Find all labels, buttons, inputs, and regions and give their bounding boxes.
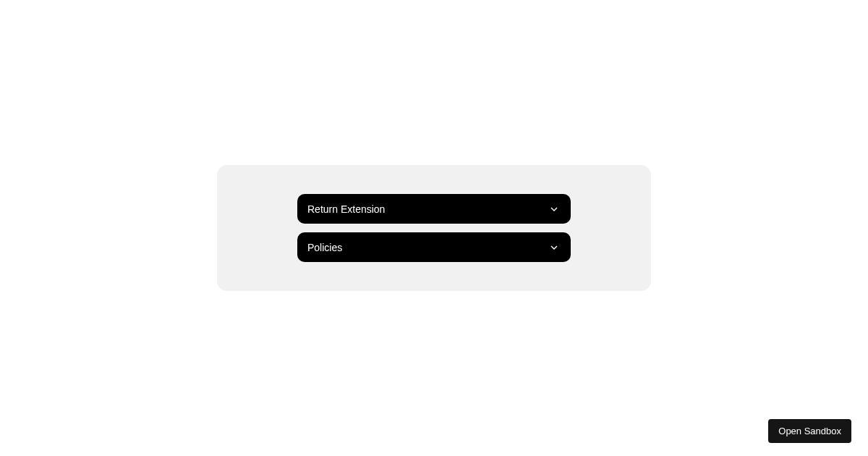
dropdown-policies[interactable]: Policies xyxy=(297,232,571,262)
dropdown-card: Return Extension Policies xyxy=(217,165,651,291)
open-sandbox-button[interactable]: Open Sandbox xyxy=(768,419,851,443)
dropdown-label: Return Extension xyxy=(307,203,385,215)
dropdown-return-extension[interactable]: Return Extension xyxy=(297,194,571,224)
dropdown-label: Policies xyxy=(307,242,342,253)
chevron-down-icon xyxy=(548,241,561,254)
open-sandbox-label: Open Sandbox xyxy=(778,426,841,436)
chevron-down-icon xyxy=(548,203,561,216)
